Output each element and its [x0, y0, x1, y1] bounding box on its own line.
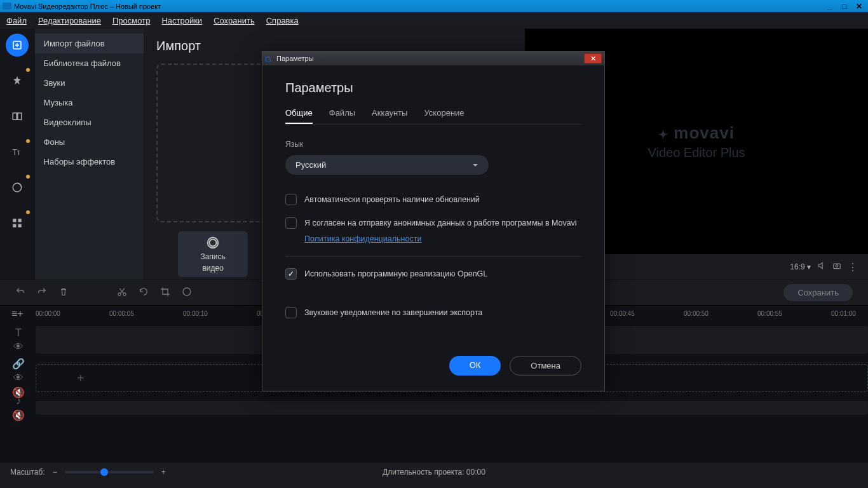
- snapshot-icon[interactable]: [832, 261, 841, 273]
- add-track-icon[interactable]: ≡+: [11, 308, 24, 320]
- delete-icon[interactable]: [58, 287, 69, 299]
- checkbox-anonymous-data[interactable]: [285, 217, 297, 229]
- window-titlebar: Movavi Видеоредактор Плюс – Новый проект…: [0, 0, 868, 12]
- menu-help[interactable]: Справка: [266, 16, 299, 25]
- camera-icon: [206, 236, 220, 250]
- eye-icon[interactable]: 👁: [13, 341, 24, 353]
- svg-point-12: [836, 265, 838, 268]
- sidebar-item-backgrounds[interactable]: Фоны: [35, 132, 144, 152]
- aspect-ratio[interactable]: 16:9 ▾: [790, 262, 811, 271]
- menu-save[interactable]: Сохранить: [214, 16, 255, 25]
- menu-bar: Файл Редактирование Просмотр Настройки С…: [0, 12, 868, 29]
- menu-settings[interactable]: Настройки: [161, 16, 202, 25]
- svg-rect-2: [18, 113, 22, 120]
- stickers-tool-icon[interactable]: [6, 176, 29, 199]
- divider: [285, 256, 581, 257]
- import-tool-icon[interactable]: [6, 34, 29, 57]
- record-video-card[interactable]: Запись видео: [178, 231, 248, 277]
- undo-icon[interactable]: [15, 287, 25, 299]
- cut-icon[interactable]: [117, 287, 127, 299]
- brand-name: movavi: [674, 123, 735, 142]
- language-select[interactable]: Русский: [285, 155, 489, 175]
- sidebar-item-sounds[interactable]: Звуки: [35, 73, 144, 93]
- svg-text:Tт: Tт: [13, 148, 21, 157]
- sidebar-item-videoclips[interactable]: Видеоклипы: [35, 112, 144, 132]
- music-icon: ♪: [16, 395, 21, 407]
- dialog-heading: Параметры: [285, 81, 581, 95]
- color-icon[interactable]: [182, 287, 192, 299]
- tab-general[interactable]: Общие: [285, 108, 313, 124]
- checkbox-updates[interactable]: [285, 194, 297, 205]
- tab-accounts[interactable]: Аккаунты: [372, 108, 407, 124]
- checkbox-opengl-label: Использовать программную реализацию Open…: [304, 268, 487, 280]
- audio-track[interactable]: ♪🔇: [5, 397, 868, 419]
- privacy-policy-link[interactable]: Политика конфиденциальности: [304, 233, 421, 245]
- checkbox-anon-label: Я согласен на отправку анонимных данных …: [304, 219, 577, 227]
- text-track-icon: T: [15, 327, 22, 339]
- svg-rect-5: [13, 219, 17, 222]
- cancel-button[interactable]: Отмена: [510, 356, 581, 376]
- app-icon: [3, 3, 11, 10]
- sidebar-item-effect-packs[interactable]: Наборы эффектов: [35, 152, 144, 172]
- checkbox-opengl[interactable]: [285, 268, 297, 280]
- mute-icon[interactable]: 🔇: [12, 409, 25, 421]
- more-tool-icon[interactable]: [6, 212, 29, 234]
- sidebar-item-file-library[interactable]: Библиотека файлов: [35, 53, 144, 73]
- sidebar-item-import-files[interactable]: Импорт файлов: [35, 34, 144, 53]
- tab-acceleration[interactable]: Ускорение: [424, 108, 464, 124]
- eye-icon[interactable]: 👁: [13, 372, 24, 384]
- redo-icon[interactable]: [37, 287, 47, 299]
- settings-dialog: ▢ Параметры ✕ Параметры Общие Файлы Акка…: [262, 51, 605, 391]
- menu-file[interactable]: Файл: [6, 16, 27, 25]
- svg-rect-6: [18, 219, 22, 222]
- svg-rect-11: [834, 264, 841, 269]
- save-button[interactable]: Сохранить: [783, 284, 853, 301]
- svg-point-9: [210, 240, 217, 247]
- zoom-in-icon[interactable]: +: [161, 468, 166, 477]
- crop-icon[interactable]: [160, 287, 170, 299]
- dialog-tabs: Общие Файлы Аккаунты Ускорение: [285, 108, 581, 125]
- dialog-icon: ▢: [265, 55, 274, 62]
- record-label-1: Запись: [200, 252, 225, 261]
- zoom-slider[interactable]: [65, 471, 154, 473]
- menu-view[interactable]: Просмотр: [112, 16, 150, 25]
- minimize-button[interactable]: _: [824, 2, 836, 11]
- svg-rect-1: [13, 113, 17, 120]
- language-value: Русский: [295, 160, 326, 170]
- titles-tool-icon[interactable]: Tт: [6, 140, 29, 163]
- tool-sidebar: Tт: [0, 29, 35, 280]
- link-icon[interactable]: 🔗: [12, 358, 25, 370]
- tab-files[interactable]: Файлы: [329, 108, 355, 124]
- chevron-down-icon: [472, 162, 478, 168]
- checkbox-export-sound[interactable]: [285, 307, 297, 318]
- record-label-2: видео: [202, 264, 223, 273]
- maximize-button[interactable]: □: [838, 2, 851, 11]
- window-controls: _ □ ✕: [824, 2, 865, 11]
- dialog-window-title: Параметры: [276, 55, 314, 62]
- duration-label: Длительность проекта:: [383, 468, 464, 477]
- duration-value: 00:00: [466, 468, 485, 477]
- ok-button[interactable]: ОК: [449, 356, 501, 376]
- zoom-label: Масштаб:: [10, 468, 45, 477]
- svg-rect-8: [18, 224, 22, 227]
- preview-placeholder: ✦ movavi Video Editor Plus: [648, 123, 745, 160]
- sidebar-item-music[interactable]: Музыка: [35, 93, 144, 112]
- effects-tool-icon[interactable]: [6, 69, 29, 92]
- language-label: Язык: [285, 140, 581, 149]
- status-bar: Масштаб: − + Длительность проекта: 00:00: [0, 463, 868, 482]
- dialog-titlebar[interactable]: ▢ Параметры ✕: [262, 51, 604, 65]
- transitions-tool-icon[interactable]: [6, 105, 29, 128]
- checkbox-sound-label: Звуковое уведомление по завершении экспо…: [304, 307, 482, 319]
- volume-icon[interactable]: [817, 261, 826, 273]
- more-icon[interactable]: ⋮: [848, 261, 858, 273]
- menu-edit[interactable]: Редактирование: [38, 16, 101, 25]
- svg-rect-7: [13, 224, 17, 227]
- checkbox-updates-label: Автоматически проверять наличие обновлен…: [304, 194, 480, 206]
- window-title: Movavi Видеоредактор Плюс – Новый проект: [14, 3, 161, 10]
- zoom-out-icon[interactable]: −: [53, 468, 57, 477]
- rotate-icon[interactable]: [139, 287, 149, 299]
- svg-point-15: [183, 288, 191, 295]
- brand-subtitle: Video Editor Plus: [648, 146, 745, 160]
- dialog-close-button[interactable]: ✕: [584, 53, 602, 64]
- close-button[interactable]: ✕: [853, 2, 865, 11]
